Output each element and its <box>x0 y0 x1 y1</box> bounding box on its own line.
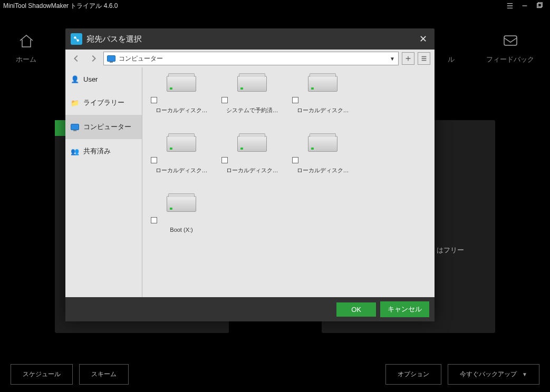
drive-checkbox[interactable] <box>151 97 157 103</box>
drive-item[interactable]: ローカルディスク… <box>148 133 215 187</box>
destination-dialog: 宛先パスを選択 ✕ コンピューター ▼ 👤 User 📁 ライブラリー コ <box>65 28 435 321</box>
tab-home[interactable]: ホーム <box>16 33 36 64</box>
drive-label: ローカルディスク… <box>226 166 278 174</box>
drive-label: Boot (X:) <box>170 227 192 233</box>
chevron-down-icon[interactable]: ▼ <box>390 56 395 62</box>
new-folder-button[interactable] <box>402 52 414 65</box>
drive-icon <box>237 136 267 152</box>
drive-checkbox[interactable] <box>292 97 298 103</box>
drive-checkbox[interactable] <box>151 157 157 163</box>
close-button[interactable]: ✕ <box>417 33 429 45</box>
bottom-bar: スケジュール スキーム オプション 今すぐバックアップ▼ <box>0 364 550 385</box>
svg-rect-2 <box>504 36 517 45</box>
nav-forward-button[interactable] <box>86 52 100 65</box>
drive-icon <box>167 196 196 212</box>
drive-icon <box>167 136 196 152</box>
drive-item[interactable]: ローカルディスク… <box>289 73 356 126</box>
peek-text: はフリー <box>437 246 464 255</box>
drive-label: ローカルディスク… <box>156 106 208 114</box>
scheme-button[interactable]: スキーム <box>79 364 129 385</box>
drive-icon <box>167 76 196 92</box>
schedule-button[interactable]: スケジュール <box>11 364 73 385</box>
backup-now-button[interactable]: 今すぐバックアップ▼ <box>448 364 539 385</box>
drive-checkbox[interactable] <box>221 97 228 103</box>
tab-label: ホーム <box>16 55 36 64</box>
drive-label: システムで予約済… <box>226 106 278 114</box>
dialog-footer: OK キャンセル <box>65 297 435 321</box>
drive-item[interactable]: ローカルディスク… <box>289 133 356 187</box>
drive-icon <box>237 76 267 92</box>
drive-label: ローカルディスク… <box>156 166 208 174</box>
ok-button[interactable]: OK <box>336 302 376 317</box>
computer-icon <box>107 55 115 62</box>
path-text: コンピューター <box>119 54 163 63</box>
drive-checkbox[interactable] <box>292 157 298 163</box>
sidebar-item-user[interactable]: 👤 User <box>65 67 142 91</box>
sidebar-item-label: User <box>83 75 98 83</box>
drive-item[interactable]: Boot (X:) <box>148 193 215 247</box>
drive-item[interactable]: ローカルディスク… <box>218 133 286 187</box>
options-button[interactable]: オプション <box>385 364 441 385</box>
shared-icon: 👥 <box>71 147 79 155</box>
drive-checkbox[interactable] <box>151 217 157 223</box>
drive-grid: ローカルディスク… システムで予約済… ローカルディスク… ローカルディスク… <box>142 67 435 297</box>
title-bar: MiniTool ShadowMaker トライアル 4.6.0 <box>0 0 550 12</box>
browser-sidebar: 👤 User 📁 ライブラリー コンピューター 👥 共有済み <box>65 67 142 297</box>
path-bar: コンピューター ▼ <box>65 50 435 67</box>
drive-checkbox[interactable] <box>221 157 228 163</box>
nav-back-button[interactable] <box>70 52 83 65</box>
user-icon: 👤 <box>71 75 79 83</box>
sidebar-item-label: コンピューター <box>83 122 131 132</box>
file-browser: 👤 User 📁 ライブラリー コンピューター 👥 共有済み ローカルディスク… <box>65 67 435 297</box>
drive-icon <box>308 136 337 152</box>
computer-icon <box>71 123 79 131</box>
drive-icon <box>308 76 337 92</box>
sidebar-item-label: ライブラリー <box>83 98 124 107</box>
cancel-button[interactable]: キャンセル <box>380 301 429 317</box>
menu-icon[interactable] <box>503 0 517 12</box>
minimize-button[interactable] <box>517 0 532 12</box>
sidebar-item-library[interactable]: 📁 ライブラリー <box>65 91 142 115</box>
sidebar-item-computer[interactable]: コンピューター <box>65 115 142 139</box>
path-field[interactable]: コンピューター ▼ <box>103 52 399 65</box>
dialog-title: 宛先パスを選択 <box>86 34 142 44</box>
svg-point-4 <box>76 39 79 41</box>
tab-label: ル <box>448 55 455 64</box>
feedback-icon <box>502 33 519 50</box>
drive-label: ローカルディスク… <box>297 106 349 114</box>
chevron-down-icon: ▼ <box>522 371 527 377</box>
sidebar-item-shared[interactable]: 👥 共有済み <box>65 139 142 163</box>
home-icon <box>18 33 35 50</box>
drive-item[interactable]: システムで予約済… <box>218 73 286 126</box>
svg-point-3 <box>74 36 76 38</box>
tab-feedback[interactable]: フィードバック <box>486 33 534 64</box>
drive-item[interactable]: ローカルディスク… <box>148 73 215 126</box>
view-list-button[interactable] <box>418 52 430 65</box>
app-logo-icon <box>71 33 82 45</box>
drive-label: ローカルディスク… <box>297 166 349 174</box>
library-icon: 📁 <box>71 99 79 107</box>
tab-label: フィードバック <box>486 55 534 64</box>
maximize-button[interactable] <box>532 0 547 12</box>
app-title: MiniTool ShadowMaker トライアル 4.6.0 <box>3 2 118 11</box>
sidebar-item-label: 共有済み <box>83 146 111 156</box>
dialog-header: 宛先パスを選択 ✕ <box>65 28 435 50</box>
